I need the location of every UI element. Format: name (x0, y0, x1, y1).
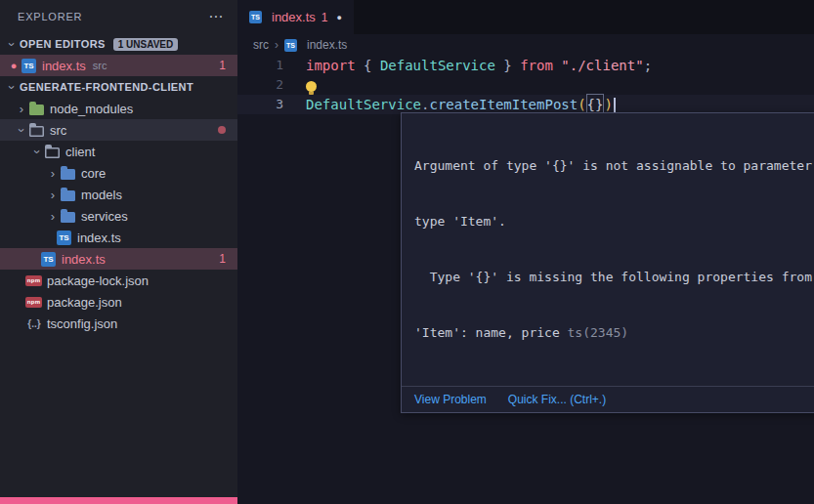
tree-item-label: core (81, 166, 106, 181)
error-code: ts(2345) (568, 325, 629, 340)
token-string: "./client" (553, 56, 644, 75)
npm-icon: npm (25, 275, 42, 286)
tree-item-node-modules[interactable]: › node_modules (0, 98, 237, 119)
open-editors-header[interactable]: › OPEN EDITORS 1 UNSAVED (0, 33, 237, 55)
tree-item-label: services (81, 209, 128, 224)
tab-label: index.ts (272, 10, 316, 24)
chevron-right-icon[interactable]: › (45, 189, 61, 201)
token-punctuation: } (495, 56, 520, 75)
error-message-text: 'Item': name, price (414, 325, 568, 340)
token-identifier: DefaultService (306, 95, 421, 114)
tree-item-package-json[interactable]: npm package.json (0, 291, 237, 313)
error-message-line: Argument of type '{}' is not assignable … (414, 156, 814, 175)
code-line-3[interactable]: 3DefaultService.createItemItemPost({}) (237, 95, 814, 114)
chevron-right-icon[interactable]: › (14, 103, 29, 115)
chevron-down-icon[interactable]: › (6, 79, 19, 95)
chevron-down-icon[interactable]: › (6, 36, 19, 52)
error-message: Argument of type '{}' is not assignable … (402, 113, 814, 386)
tab-bar: TS index.ts 1 ● (237, 0, 814, 34)
modified-dot-icon[interactable]: ● (6, 60, 21, 71)
tree-item-label: package-lock.json (47, 273, 149, 288)
tree-item-models[interactable]: › models (0, 184, 237, 205)
ts-file-icon: TS (249, 11, 262, 23)
error-dot-icon (218, 126, 226, 134)
tree-item-client-index-ts[interactable]: TS index.ts (0, 227, 237, 248)
tab-error-count: 1 (321, 11, 328, 24)
tree-item-package-lock-json[interactable]: npm package-lock.json (0, 270, 237, 291)
tree-item-label: src (50, 123, 66, 138)
tree-item-label: index.ts (77, 231, 121, 245)
text-cursor (614, 98, 616, 112)
bottom-accent-strip (0, 497, 237, 504)
breadcrumb: src › TS index.ts (237, 34, 814, 56)
tree-item-label: package.json (47, 295, 122, 310)
workspace-header[interactable]: › GENERATE-FRONTEND-CLIENT (0, 76, 237, 98)
error-message-line: 'Item': name, price ts(2345) (414, 323, 814, 342)
breadcrumb-file[interactable]: index.ts (307, 38, 347, 52)
token-keyword: from (520, 56, 553, 75)
chevron-down-icon[interactable]: › (16, 122, 28, 138)
line-number: 3 (237, 95, 283, 114)
tree-item-label: client (65, 145, 95, 159)
folder-open-icon (29, 126, 44, 137)
code-line-1[interactable]: 1import { DefaultService } from "./clien… (237, 56, 814, 75)
json-config-icon: {..} (25, 318, 43, 329)
view-problem-link[interactable]: View Problem (414, 393, 487, 406)
unsaved-dot-icon[interactable]: ● (337, 13, 342, 22)
error-message-line: Type '{}' is missing the following prope… (414, 268, 814, 286)
npm-icon: npm (25, 297, 42, 308)
token-punctuation: ; (644, 56, 652, 75)
error-message-line: type 'Item'. (414, 212, 814, 231)
code-editor[interactable]: 1import { DefaultService } from "./clien… (237, 56, 814, 114)
ts-file-icon: TS (284, 39, 297, 52)
more-actions-icon[interactable]: ⋯ (208, 8, 224, 25)
code-line-2[interactable]: 2 (237, 75, 814, 95)
folder-icon (29, 105, 44, 115)
tree-item-label: tsconfig.json (47, 316, 117, 331)
chevron-down-icon[interactable]: › (31, 144, 44, 159)
folder-icon (61, 212, 75, 223)
editor-area: TS index.ts 1 ● src › TS index.ts 1impor… (237, 0, 814, 504)
ts-file-icon: TS (41, 252, 56, 267)
error-hover-tooltip: Argument of type '{}' is not assignable … (401, 112, 814, 413)
workspace-label: GENERATE-FRONTEND-CLIENT (20, 81, 193, 93)
token-paren: ) (604, 95, 612, 114)
token-method: createItemItemPost (429, 95, 578, 114)
tree-item-label: node_modules (50, 102, 133, 116)
token-keyword: import (306, 56, 356, 75)
explorer-sidebar: EXPLORER ⋯ › OPEN EDITORS 1 UNSAVED ● TS… (0, 0, 237, 504)
quick-fix-link[interactable]: Quick Fix... (Ctrl+.) (508, 393, 606, 406)
hover-actions-bar: View Problem Quick Fix... (Ctrl+.) (402, 386, 814, 412)
open-editors-label: OPEN EDITORS (20, 38, 106, 50)
breadcrumb-folder[interactable]: src (253, 38, 269, 52)
sidebar-header: EXPLORER ⋯ (0, 0, 237, 33)
ts-file-icon: TS (57, 231, 71, 245)
explorer-title: EXPLORER (18, 11, 82, 22)
line-number: 1 (237, 56, 283, 75)
token-punctuation: { (356, 56, 380, 75)
tree-item-services[interactable]: › services (0, 205, 237, 227)
tree-item-client[interactable]: › client (0, 141, 237, 162)
ts-file-icon: TS (21, 59, 36, 73)
error-count-badge: 1 (219, 252, 226, 266)
chevron-right-icon[interactable]: › (45, 167, 61, 180)
tree-item-src[interactable]: › src (0, 119, 237, 141)
chevron-right-icon[interactable]: › (45, 210, 61, 223)
token-paren: ( (578, 95, 585, 114)
folder-icon (61, 169, 75, 180)
tree-item-src-index-ts[interactable]: TS index.ts 1 (0, 248, 237, 270)
folder-icon (61, 190, 75, 201)
tab-index-ts[interactable]: TS index.ts 1 ● (237, 0, 354, 34)
open-editor-path: src (93, 60, 107, 71)
tree-item-tsconfig-json[interactable]: {..} tsconfig.json (0, 313, 237, 334)
token-punctuation: . (421, 95, 429, 114)
line-number: 2 (237, 75, 283, 95)
open-editor-item[interactable]: ● TS index.ts src 1 (0, 55, 237, 76)
tree-item-core[interactable]: › core (0, 162, 237, 184)
lightbulb-icon[interactable] (306, 81, 317, 92)
unsaved-badge: 1 UNSAVED (113, 38, 179, 51)
breadcrumb-separator-icon: › (275, 38, 278, 52)
tree-item-label: models (81, 188, 122, 202)
token-identifier: DefaultService (380, 56, 495, 75)
open-editor-filename: index.ts (42, 59, 86, 73)
